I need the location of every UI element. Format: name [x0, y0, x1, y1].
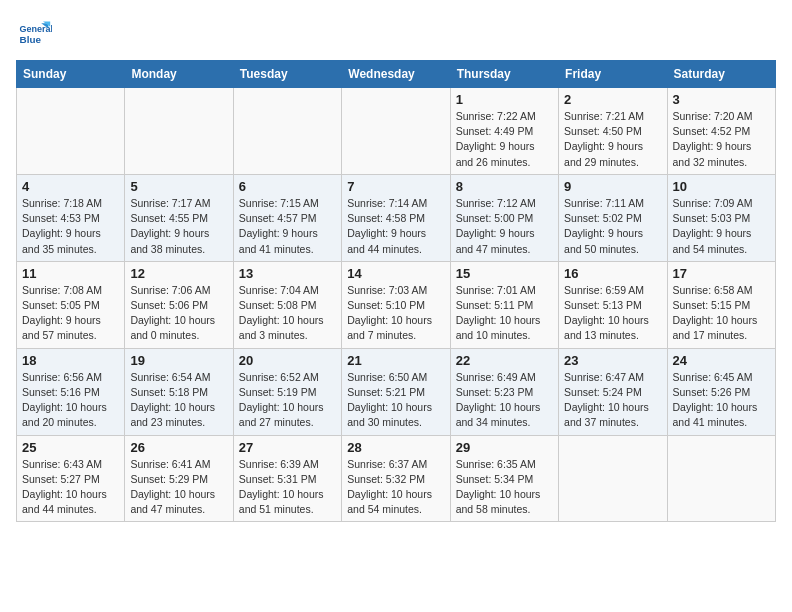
calendar-cell: 18Sunrise: 6:56 AM Sunset: 5:16 PM Dayli…	[17, 348, 125, 435]
day-info: Sunrise: 6:37 AM Sunset: 5:32 PM Dayligh…	[347, 457, 444, 518]
day-number: 28	[347, 440, 444, 455]
calendar-cell	[17, 88, 125, 175]
day-info: Sunrise: 7:09 AM Sunset: 5:03 PM Dayligh…	[673, 196, 770, 257]
calendar-cell	[233, 88, 341, 175]
day-info: Sunrise: 7:17 AM Sunset: 4:55 PM Dayligh…	[130, 196, 227, 257]
calendar-cell: 26Sunrise: 6:41 AM Sunset: 5:29 PM Dayli…	[125, 435, 233, 522]
day-info: Sunrise: 6:47 AM Sunset: 5:24 PM Dayligh…	[564, 370, 661, 431]
col-header-saturday: Saturday	[667, 61, 775, 88]
day-info: Sunrise: 7:22 AM Sunset: 4:49 PM Dayligh…	[456, 109, 553, 170]
day-info: Sunrise: 6:59 AM Sunset: 5:13 PM Dayligh…	[564, 283, 661, 344]
day-number: 7	[347, 179, 444, 194]
calendar-cell: 6Sunrise: 7:15 AM Sunset: 4:57 PM Daylig…	[233, 174, 341, 261]
calendar-cell	[559, 435, 667, 522]
day-info: Sunrise: 6:49 AM Sunset: 5:23 PM Dayligh…	[456, 370, 553, 431]
calendar-cell: 21Sunrise: 6:50 AM Sunset: 5:21 PM Dayli…	[342, 348, 450, 435]
calendar-cell: 29Sunrise: 6:35 AM Sunset: 5:34 PM Dayli…	[450, 435, 558, 522]
day-number: 10	[673, 179, 770, 194]
day-number: 26	[130, 440, 227, 455]
svg-text:Blue: Blue	[20, 34, 42, 45]
page-header: General Blue	[16, 16, 776, 52]
day-number: 24	[673, 353, 770, 368]
day-info: Sunrise: 6:35 AM Sunset: 5:34 PM Dayligh…	[456, 457, 553, 518]
week-row-4: 18Sunrise: 6:56 AM Sunset: 5:16 PM Dayli…	[17, 348, 776, 435]
day-info: Sunrise: 7:04 AM Sunset: 5:08 PM Dayligh…	[239, 283, 336, 344]
col-header-tuesday: Tuesday	[233, 61, 341, 88]
calendar-cell: 7Sunrise: 7:14 AM Sunset: 4:58 PM Daylig…	[342, 174, 450, 261]
calendar-cell: 25Sunrise: 6:43 AM Sunset: 5:27 PM Dayli…	[17, 435, 125, 522]
day-info: Sunrise: 6:50 AM Sunset: 5:21 PM Dayligh…	[347, 370, 444, 431]
day-info: Sunrise: 6:52 AM Sunset: 5:19 PM Dayligh…	[239, 370, 336, 431]
day-info: Sunrise: 7:01 AM Sunset: 5:11 PM Dayligh…	[456, 283, 553, 344]
day-info: Sunrise: 7:12 AM Sunset: 5:00 PM Dayligh…	[456, 196, 553, 257]
day-number: 5	[130, 179, 227, 194]
week-row-1: 1Sunrise: 7:22 AM Sunset: 4:49 PM Daylig…	[17, 88, 776, 175]
calendar-cell: 8Sunrise: 7:12 AM Sunset: 5:00 PM Daylig…	[450, 174, 558, 261]
calendar-cell: 24Sunrise: 6:45 AM Sunset: 5:26 PM Dayli…	[667, 348, 775, 435]
day-number: 21	[347, 353, 444, 368]
day-number: 29	[456, 440, 553, 455]
week-row-3: 11Sunrise: 7:08 AM Sunset: 5:05 PM Dayli…	[17, 261, 776, 348]
calendar-cell: 14Sunrise: 7:03 AM Sunset: 5:10 PM Dayli…	[342, 261, 450, 348]
calendar-cell	[342, 88, 450, 175]
calendar-cell: 1Sunrise: 7:22 AM Sunset: 4:49 PM Daylig…	[450, 88, 558, 175]
day-number: 1	[456, 92, 553, 107]
calendar-cell: 4Sunrise: 7:18 AM Sunset: 4:53 PM Daylig…	[17, 174, 125, 261]
day-number: 18	[22, 353, 119, 368]
calendar-cell: 22Sunrise: 6:49 AM Sunset: 5:23 PM Dayli…	[450, 348, 558, 435]
day-number: 15	[456, 266, 553, 281]
calendar-cell: 5Sunrise: 7:17 AM Sunset: 4:55 PM Daylig…	[125, 174, 233, 261]
calendar-cell: 10Sunrise: 7:09 AM Sunset: 5:03 PM Dayli…	[667, 174, 775, 261]
col-header-sunday: Sunday	[17, 61, 125, 88]
col-header-friday: Friday	[559, 61, 667, 88]
calendar-cell	[667, 435, 775, 522]
calendar-cell: 17Sunrise: 6:58 AM Sunset: 5:15 PM Dayli…	[667, 261, 775, 348]
day-info: Sunrise: 7:08 AM Sunset: 5:05 PM Dayligh…	[22, 283, 119, 344]
day-number: 2	[564, 92, 661, 107]
day-info: Sunrise: 6:58 AM Sunset: 5:15 PM Dayligh…	[673, 283, 770, 344]
calendar-cell: 3Sunrise: 7:20 AM Sunset: 4:52 PM Daylig…	[667, 88, 775, 175]
day-info: Sunrise: 6:43 AM Sunset: 5:27 PM Dayligh…	[22, 457, 119, 518]
calendar-cell: 13Sunrise: 7:04 AM Sunset: 5:08 PM Dayli…	[233, 261, 341, 348]
col-header-wednesday: Wednesday	[342, 61, 450, 88]
col-header-monday: Monday	[125, 61, 233, 88]
day-info: Sunrise: 7:06 AM Sunset: 5:06 PM Dayligh…	[130, 283, 227, 344]
day-info: Sunrise: 7:18 AM Sunset: 4:53 PM Dayligh…	[22, 196, 119, 257]
day-number: 13	[239, 266, 336, 281]
calendar-table: SundayMondayTuesdayWednesdayThursdayFrid…	[16, 60, 776, 522]
day-number: 22	[456, 353, 553, 368]
calendar-cell: 12Sunrise: 7:06 AM Sunset: 5:06 PM Dayli…	[125, 261, 233, 348]
calendar-cell: 2Sunrise: 7:21 AM Sunset: 4:50 PM Daylig…	[559, 88, 667, 175]
day-info: Sunrise: 7:11 AM Sunset: 5:02 PM Dayligh…	[564, 196, 661, 257]
calendar-cell: 11Sunrise: 7:08 AM Sunset: 5:05 PM Dayli…	[17, 261, 125, 348]
day-info: Sunrise: 7:15 AM Sunset: 4:57 PM Dayligh…	[239, 196, 336, 257]
col-header-thursday: Thursday	[450, 61, 558, 88]
logo: General Blue	[16, 16, 52, 52]
day-number: 12	[130, 266, 227, 281]
day-number: 9	[564, 179, 661, 194]
day-number: 11	[22, 266, 119, 281]
calendar-cell: 23Sunrise: 6:47 AM Sunset: 5:24 PM Dayli…	[559, 348, 667, 435]
day-info: Sunrise: 6:41 AM Sunset: 5:29 PM Dayligh…	[130, 457, 227, 518]
day-info: Sunrise: 6:54 AM Sunset: 5:18 PM Dayligh…	[130, 370, 227, 431]
day-info: Sunrise: 7:14 AM Sunset: 4:58 PM Dayligh…	[347, 196, 444, 257]
day-info: Sunrise: 7:20 AM Sunset: 4:52 PM Dayligh…	[673, 109, 770, 170]
calendar-cell: 9Sunrise: 7:11 AM Sunset: 5:02 PM Daylig…	[559, 174, 667, 261]
calendar-cell: 27Sunrise: 6:39 AM Sunset: 5:31 PM Dayli…	[233, 435, 341, 522]
day-number: 14	[347, 266, 444, 281]
day-info: Sunrise: 6:39 AM Sunset: 5:31 PM Dayligh…	[239, 457, 336, 518]
day-info: Sunrise: 7:21 AM Sunset: 4:50 PM Dayligh…	[564, 109, 661, 170]
day-info: Sunrise: 7:03 AM Sunset: 5:10 PM Dayligh…	[347, 283, 444, 344]
calendar-cell: 15Sunrise: 7:01 AM Sunset: 5:11 PM Dayli…	[450, 261, 558, 348]
day-number: 23	[564, 353, 661, 368]
day-number: 4	[22, 179, 119, 194]
day-number: 19	[130, 353, 227, 368]
day-number: 8	[456, 179, 553, 194]
day-number: 17	[673, 266, 770, 281]
calendar-cell: 19Sunrise: 6:54 AM Sunset: 5:18 PM Dayli…	[125, 348, 233, 435]
week-row-5: 25Sunrise: 6:43 AM Sunset: 5:27 PM Dayli…	[17, 435, 776, 522]
calendar-cell: 20Sunrise: 6:52 AM Sunset: 5:19 PM Dayli…	[233, 348, 341, 435]
day-number: 25	[22, 440, 119, 455]
logo-icon: General Blue	[16, 16, 52, 52]
day-number: 6	[239, 179, 336, 194]
